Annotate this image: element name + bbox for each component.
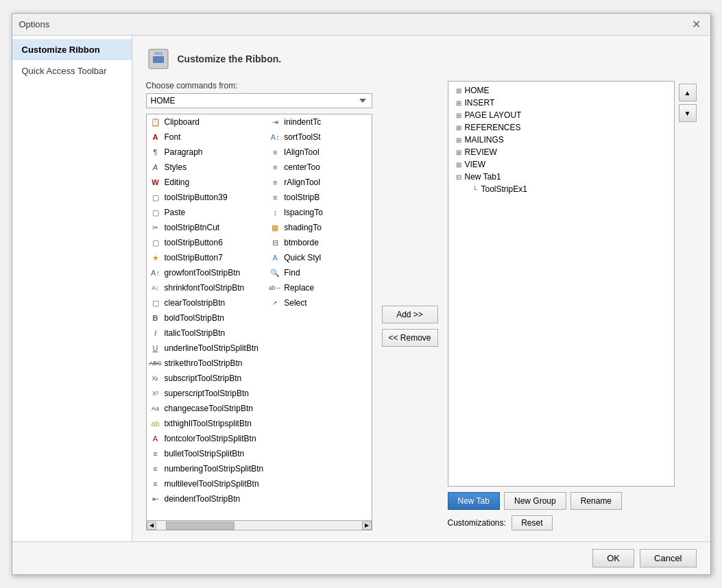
move-down-button[interactable]: ▼ — [679, 104, 697, 122]
list-item[interactable]: abtxthighIlToolStripsplitBtn — [147, 416, 267, 431]
list-item[interactable]: ↗Select — [266, 295, 371, 310]
sort-icon: A↕ — [269, 131, 281, 143]
rename-button[interactable]: Rename — [570, 492, 622, 510]
bottom-buttons: New Tab New Group Rename — [448, 492, 675, 510]
expand-icon: ⊞ — [454, 123, 464, 132]
close-button[interactable]: ✕ — [689, 18, 703, 31]
list-item[interactable]: ⇥inindentTc — [266, 114, 371, 130]
bullet-icon: ≡ — [149, 448, 162, 460]
ok-button[interactable]: OK — [592, 549, 634, 567]
list-item[interactable]: ≡centerToo — [266, 160, 371, 175]
scroll-right-arrow[interactable]: ▶ — [362, 522, 372, 530]
list-item[interactable]: WEditing — [147, 175, 267, 190]
growfont-icon: A↑ — [149, 267, 162, 279]
cancel-button[interactable]: Cancel — [640, 549, 696, 567]
tree-item-review[interactable]: ⊞ REVIEW — [451, 146, 671, 158]
command-list[interactable]: 📋Clipboard AFont ¶Paragraph AStyles WEdi… — [146, 114, 372, 521]
svg-rect-1 — [153, 56, 164, 63]
list-item[interactable]: UunderlineToolStripSplitBtn — [147, 341, 267, 356]
list-item[interactable]: ⊟btmborde — [266, 235, 371, 250]
list-item[interactable]: AQuick Styl — [266, 250, 371, 265]
list-item[interactable]: ✂toolStripBtnCut — [147, 220, 267, 235]
list-item[interactable]: ABCstrikethroToolStripBtn — [147, 356, 267, 371]
list-item[interactable]: AFont — [147, 130, 267, 145]
new-group-button[interactable]: New Group — [504, 492, 566, 510]
list-item[interactable]: ¶Paragraph — [147, 145, 267, 160]
styles-icon: A — [149, 161, 162, 173]
horizontal-scrollbar[interactable]: ◀ ▶ — [146, 521, 372, 530]
leaf-icon: └ — [470, 184, 480, 194]
dialog-title: Options — [19, 19, 50, 29]
list-item[interactable]: IitalicToolStripBtn — [147, 326, 267, 341]
inindent-icon: ⇥ — [269, 116, 281, 128]
list-item[interactable]: ★toolStripButton7 — [147, 250, 267, 265]
sidebar-item-customize-ribbon[interactable]: Customize Ribbon — [12, 39, 132, 60]
tree-item-toolstripex1[interactable]: └ ToolStripEx1 — [451, 183, 671, 195]
list-item[interactable]: X²superscriptToolStripBtn — [147, 386, 267, 401]
new-tab-button[interactable]: New Tab — [448, 492, 500, 510]
list-item[interactable]: ≡lAlignTool — [266, 145, 371, 160]
list-item[interactable]: ⇤deindentToolStripBtn — [147, 491, 267, 506]
reset-button[interactable]: Reset — [512, 515, 553, 530]
list-item[interactable]: ≡bulletToolStripSplitBtn — [147, 446, 267, 461]
tree-item-page-layout[interactable]: ⊞ PAGE LAYOUT — [451, 109, 671, 121]
tree-item-references[interactable]: ⊞ REFERENCES — [451, 121, 671, 134]
sidebar-item-quick-access[interactable]: Quick Access Toolbar — [12, 60, 132, 82]
list-item[interactable]: X₂subscriptToolStripBtn — [147, 371, 267, 386]
list-item[interactable]: ▢Paste — [147, 205, 267, 220]
tree-item-home[interactable]: ⊞ HOME — [451, 84, 671, 97]
list-item[interactable]: ≡numberingToolStripSplitBtn — [147, 461, 267, 476]
list-item[interactable]: ↕lspacingTo — [266, 205, 371, 220]
content-panels: Choose commands from: HOME INSERT PAGE L… — [146, 81, 697, 530]
quickstyle-icon: A — [269, 252, 281, 264]
command-col-left: 📋Clipboard AFont ¶Paragraph AStyles WEdi… — [147, 114, 267, 506]
expand-icon: ⊞ — [454, 98, 464, 108]
main-content: Customize the Ribbon. Choose commands fr… — [132, 36, 710, 541]
list-item[interactable]: A↕sortToolSt — [266, 130, 371, 145]
btn7-icon: ★ — [149, 252, 162, 264]
list-item[interactable]: ▢toolStripButton6 — [147, 235, 267, 250]
list-item[interactable]: ≡toolStripB — [266, 190, 371, 205]
options-dialog: Options ✕ Customize Ribbon Quick Access … — [12, 13, 711, 575]
scrollbar-thumb[interactable] — [166, 522, 234, 530]
list-item[interactable]: ▢toolStripButton39 — [147, 190, 267, 205]
add-button[interactable]: Add >> — [382, 306, 438, 323]
remove-button[interactable]: << Remove — [382, 329, 438, 347]
tree-item-view[interactable]: ⊞ VIEW — [451, 158, 671, 171]
list-item[interactable]: ▢clearToolstripBtn — [147, 295, 267, 310]
sidebar: Customize Ribbon Quick Access Toolbar — [12, 36, 132, 541]
ralign-icon: ≡ — [269, 176, 281, 188]
list-item[interactable]: A↓shrinkfontToolStripBtn — [147, 280, 267, 295]
ribbon-tree[interactable]: ⊞ HOME ⊞ INSERT ⊞ PAGE LAYOUT — [448, 81, 675, 487]
clear-icon: ▢ — [149, 297, 162, 309]
list-item[interactable]: AStyles — [147, 160, 267, 175]
list-item[interactable]: AachangecaseToolStripBtn — [147, 401, 267, 416]
list-item[interactable]: 📋Clipboard — [147, 114, 267, 130]
command-source-dropdown[interactable]: HOME INSERT PAGE LAYOUT REFERENCES MAILI… — [146, 93, 372, 108]
list-item[interactable]: 🔍Find — [266, 265, 371, 280]
find-icon: 🔍 — [269, 267, 281, 279]
customize-ribbon-icon — [146, 47, 171, 71]
italic-icon: I — [149, 327, 162, 339]
tree-item-newtab1[interactable]: ⊟ New Tab1 — [451, 171, 671, 183]
svg-rect-3 — [156, 63, 160, 67]
select-icon: ↗ — [269, 297, 281, 309]
clipboard-icon: 📋 — [149, 116, 162, 128]
dialog-footer: OK Cancel — [12, 541, 710, 574]
tree-item-mailings[interactable]: ⊞ MAILINGS — [451, 134, 671, 146]
list-item[interactable]: ▦shadingTo — [266, 220, 371, 235]
font-icon: A — [149, 131, 162, 143]
superscript-icon: X² — [149, 387, 162, 400]
changecase-icon: Aa — [149, 402, 162, 415]
scroll-left-arrow[interactable]: ◀ — [147, 522, 156, 530]
list-item[interactable]: ≡rAlignTool — [266, 175, 371, 190]
list-item[interactable]: ab↔Replace — [266, 280, 371, 295]
list-item[interactable]: ≡multilevelToolStripSplitBtn — [147, 476, 267, 491]
list-item[interactable]: BboldToolStripBtn — [147, 310, 267, 326]
tree-item-insert[interactable]: ⊞ INSERT — [451, 97, 671, 109]
expand-icon: ⊞ — [454, 147, 464, 157]
move-up-button[interactable]: ▲ — [679, 84, 697, 101]
list-item[interactable]: A↑growfontToolStripBtn — [147, 265, 267, 280]
subscript-icon: X₂ — [149, 372, 162, 384]
list-item[interactable]: AfontcolorToolStripSplitBtn — [147, 431, 267, 446]
